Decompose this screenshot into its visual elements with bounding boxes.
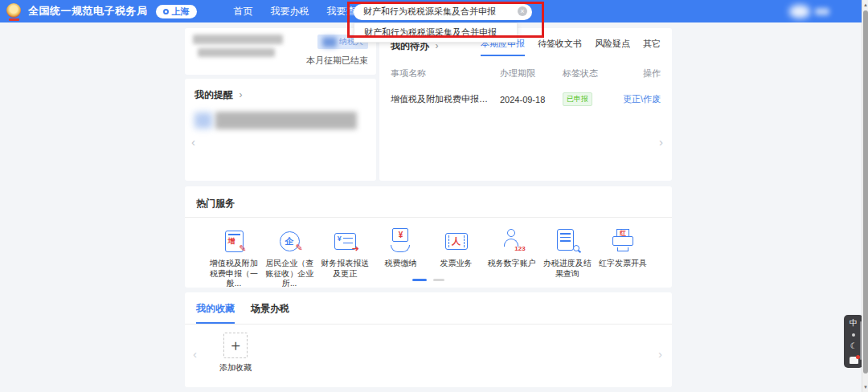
theme-skin-icon[interactable] [850, 357, 858, 364]
service-label: 增值税及附加税费申报（一般... [207, 259, 260, 289]
tab-documents-to-sign[interactable]: 待签收文书 [538, 38, 582, 56]
pointer-icon[interactable] [852, 333, 855, 337]
scroll-up-icon[interactable]: ▲ [862, 0, 868, 10]
scroll-down-icon[interactable]: ▼ [862, 382, 868, 392]
dark-mode-moon-icon[interactable]: ☾ [850, 342, 858, 350]
app-title: 全国统一规范电子税务局 [28, 4, 148, 18]
favorites-card: 我的收藏 场景办税 ‹ ＋ 添加收藏 › [185, 292, 672, 387]
page: 全国统一规范电子税务局 上海 首页 我要办税 我要查询 公众服务 地方特色 × … [0, 0, 868, 392]
search-suggestion-dropdown: 财产和行为税税源采集及合并申报 [354, 22, 518, 43]
service-label: 税费缴纳 [384, 259, 416, 269]
national-emblem-logo [6, 2, 23, 21]
todo-item-deadline: 2024-09-18 [500, 95, 563, 104]
invoice-business-icon: 人 [445, 226, 468, 256]
redacted-text-line [215, 112, 357, 129]
tab-other[interactable]: 其它 [643, 38, 661, 56]
carousel-pagination [185, 279, 672, 281]
tab-my-favorites[interactable]: 我的收藏 [196, 302, 235, 324]
filing-period-status: 本月征期已结束 [306, 55, 368, 67]
enterprise-income-tax-icon: 企 ✎ [280, 226, 300, 256]
my-reminders-card: 我的提醒 › [185, 79, 376, 181]
column-deadline: 办理期限 [500, 67, 563, 80]
language-toggle-icon[interactable]: 中 [850, 319, 858, 327]
todo-item-status: 已申报 [563, 92, 619, 106]
table-header-row: 事项名称 办理期限 标签状态 操作 [391, 67, 661, 80]
service-label: 税务数字账户 [488, 259, 536, 269]
top-navbar: 全国统一规范电子税务局 上海 首页 我要办税 我要查询 公众服务 地方特色 × [0, 0, 862, 22]
favorites-body: ‹ ＋ 添加收藏 › [185, 325, 672, 387]
arrow-icon: ➜ [352, 243, 359, 254]
correct-void-link[interactable]: 更正\作废 [623, 94, 661, 104]
status-badge: 已申报 [563, 92, 592, 106]
reminder-content-redacted [194, 112, 366, 129]
icon-accent-char: ¥ [399, 231, 403, 239]
location-selector[interactable]: 上海 [156, 5, 197, 18]
service-label: 居民企业（查账征收）企业所... [263, 259, 316, 289]
hot-services-title: 热门服务 [196, 198, 235, 209]
badge-prefix-redacted [322, 37, 337, 47]
avatar [789, 5, 810, 18]
icon-accent-char: 企 [285, 235, 294, 247]
redacted-blob [194, 112, 212, 129]
chevron-right-icon: › [239, 89, 242, 100]
pagination-dash-active[interactable] [412, 279, 427, 281]
nav-item-tax-handling[interactable]: 我要办税 [271, 5, 309, 18]
favorites-next-icon[interactable]: › [658, 347, 662, 361]
column-action: 操作 [619, 67, 661, 80]
icon-accent-char: 123 [514, 245, 525, 252]
service-label: 发票业务 [440, 259, 473, 269]
column-status: 标签状态 [563, 67, 619, 80]
clear-search-icon[interactable]: × [518, 6, 527, 16]
tab-risk-points[interactable]: 风险疑点 [595, 38, 630, 56]
emblem-icon [6, 3, 21, 18]
red-invoice-icon: 红 [611, 226, 635, 256]
tab-scenario-tax[interactable]: 场景办税 [251, 302, 289, 324]
service-label: 红字发票开具 [599, 259, 647, 269]
taxpayer-profile-card: 纳税人 本月征期已结束 [185, 28, 376, 75]
hot-services-card: 热门服务 增 ✎ 增值税及附加税费申报（一般... 企 ✎ [185, 186, 672, 288]
scrollbar-thumb[interactable] [863, 10, 868, 374]
todo-item-action: 更正\作废 [619, 93, 661, 105]
favorites-prev-icon[interactable]: ‹ [193, 347, 197, 361]
service-label: 财务报表报送及更正 [318, 259, 371, 279]
search-suggestion-item[interactable]: 财产和行为税税源采集及合并申报 [354, 23, 517, 42]
todo-item-name: 增值税及附加税费申报（一般纳税人适... [391, 93, 500, 105]
favorites-tabs: 我的收藏 场景办税 [185, 292, 672, 325]
table-row: 增值税及附加税费申报（一般纳税人适... 2024-09-18 已申报 更正\作… [391, 92, 661, 106]
financial-report-icon: ¥ ➜ [334, 226, 356, 256]
username-redacted [815, 8, 829, 15]
progress-query-icon [557, 226, 578, 256]
reminders-title[interactable]: 我的提醒 [194, 89, 233, 100]
icon-accent-char: 人 [452, 235, 461, 247]
redacted-text-line [193, 35, 283, 44]
icon-accent-char: ¥ [338, 235, 342, 243]
search-input[interactable] [354, 4, 532, 20]
icon-accent-char: 增 [228, 236, 235, 247]
emblem-caption [9, 18, 19, 21]
service-label: 办税进度及结果查询 [541, 259, 594, 279]
header-search: × [354, 3, 532, 19]
pagination-dash[interactable] [433, 279, 444, 281]
carousel-prev-icon[interactable]: ‹ [191, 135, 195, 149]
pencil-icon: ✎ [239, 243, 246, 254]
add-favorite-button[interactable]: ＋ 添加收藏 [217, 333, 254, 374]
carousel-next-icon[interactable]: › [659, 135, 663, 149]
company-name-redacted [193, 35, 288, 65]
add-favorite-label: 添加收藏 [217, 362, 254, 374]
plus-icon: ＋ [223, 333, 248, 358]
digital-account-icon: 123 [501, 226, 523, 256]
nav-item-home[interactable]: 首页 [234, 5, 253, 18]
location-label: 上海 [172, 6, 190, 18]
page-scrollbar[interactable]: ▲ ▼ [862, 0, 868, 392]
pencil-icon: ✎ [295, 243, 302, 253]
location-pin-icon [163, 9, 169, 14]
todo-table: 事项名称 办理期限 标签状态 操作 增值税及附加税费申报（一般纳税人适... 2… [391, 67, 661, 106]
column-item-name: 事项名称 [391, 67, 500, 80]
floating-toolbar: 中 ☾ [844, 315, 863, 368]
my-todo-card: 我的待办 › 本期应申报 待签收文书 风险疑点 其它 事项名称 办理期限 标签状… [379, 28, 672, 181]
redacted-text-line [198, 48, 275, 57]
vat-declaration-icon: 增 ✎ [225, 226, 244, 256]
user-account-area[interactable] [789, 3, 836, 19]
tax-payment-icon: ¥ [389, 226, 411, 256]
